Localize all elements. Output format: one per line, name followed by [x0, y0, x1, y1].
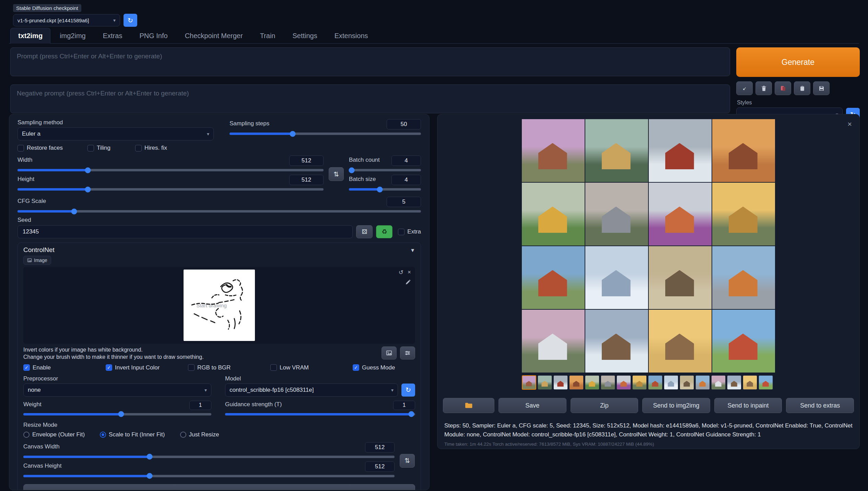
gallery-image[interactable]: [712, 183, 775, 246]
controlnet-image-tab[interactable]: Image: [23, 256, 51, 265]
gallery-thumbnail[interactable]: [585, 375, 599, 390]
restore-faces-checkbox[interactable]: Restore faces: [17, 145, 63, 151]
seed-input[interactable]: [17, 225, 353, 238]
gallery-thumbnail[interactable]: [743, 375, 757, 390]
brush-tool[interactable]: [405, 280, 410, 286]
open-folder-button[interactable]: [443, 398, 494, 413]
gallery-image[interactable]: [522, 246, 585, 309]
batch-size-value[interactable]: 4: [391, 175, 421, 185]
gallery-image[interactable]: [585, 310, 648, 373]
tab-extensions[interactable]: Extensions: [327, 28, 376, 44]
preprocessor-dropdown[interactable]: none ▾: [23, 384, 211, 397]
apply-style-button[interactable]: [794, 81, 810, 95]
gallery-thumbnail[interactable]: [711, 375, 726, 390]
rgb-to-bgr-checkbox[interactable]: RGB to BGR: [188, 364, 270, 371]
gallery-image[interactable]: [712, 119, 775, 182]
tiling-checkbox[interactable]: Tiling: [87, 145, 110, 151]
send-to-inpaint-button[interactable]: Send to inpaint: [714, 398, 782, 413]
cfg-scale-slider[interactable]: [17, 210, 421, 213]
batch-count-value[interactable]: 4: [391, 156, 421, 166]
gallery-image[interactable]: [649, 183, 712, 246]
gallery-thumbnail[interactable]: [553, 375, 568, 390]
gallery-image[interactable]: [522, 310, 585, 373]
gallery-thumbnail[interactable]: [569, 375, 584, 390]
reuse-seed-button[interactable]: ♻: [376, 225, 392, 238]
gallery-image[interactable]: [649, 119, 712, 182]
send-to-extras-button[interactable]: Send to extras: [786, 398, 854, 413]
gallery-thumbnail[interactable]: [601, 375, 615, 390]
clear-prompt-button[interactable]: [755, 81, 772, 95]
undo-icon[interactable]: ↺: [399, 269, 403, 276]
gallery-image[interactable]: [585, 183, 648, 246]
canvas-settings-button[interactable]: [400, 346, 415, 359]
tab-png-info[interactable]: PNG Info: [131, 28, 175, 44]
paste-params-button[interactable]: ↙: [736, 81, 753, 95]
gallery-thumbnail[interactable]: [648, 375, 662, 390]
gallery-thumbnail[interactable]: [759, 375, 773, 390]
tab-txt2img[interactable]: txt2img: [10, 28, 50, 44]
height-value[interactable]: 512: [289, 175, 324, 185]
gallery-thumbnail[interactable]: [632, 375, 647, 390]
gallery-thumbnail[interactable]: [695, 375, 710, 390]
create-blank-canvas-button[interactable]: [23, 484, 415, 490]
controlnet-image-area[interactable]: Start drawing: [23, 267, 415, 344]
gallery-image[interactable]: [712, 246, 775, 309]
tab-train[interactable]: Train: [252, 28, 283, 44]
tab-extras[interactable]: Extras: [95, 28, 130, 44]
height-slider[interactable]: [17, 188, 324, 191]
negative-prompt-input[interactable]: [10, 84, 730, 113]
canvas-height-slider[interactable]: [23, 475, 395, 477]
low-vram-checkbox[interactable]: Low VRAM: [270, 364, 353, 371]
batch-count-slider[interactable]: [349, 169, 421, 171]
cfg-scale-value[interactable]: 5: [387, 197, 421, 207]
gallery-image[interactable]: [712, 310, 775, 373]
guidance-strength-slider[interactable]: [225, 413, 415, 415]
gallery-image[interactable]: [649, 246, 712, 309]
checkpoint-dropdown[interactable]: v1-5-pruned.ckpt [e1441589a6] ▾: [13, 14, 120, 26]
guidance-strength-value[interactable]: 1: [393, 401, 415, 410]
zip-button[interactable]: Zip: [571, 398, 638, 413]
gallery-thumbnail[interactable]: [727, 375, 741, 390]
gallery-thumbnail[interactable]: [617, 375, 631, 390]
controlnet-enable-checkbox[interactable]: Enable: [23, 364, 106, 371]
controlnet-model-dropdown[interactable]: control_scribble-fp16 [c508311e] ▾: [225, 384, 398, 397]
width-value[interactable]: 512: [289, 156, 324, 166]
gallery-image[interactable]: [522, 183, 585, 246]
generate-button[interactable]: Generate: [736, 47, 860, 77]
controlnet-drawing-canvas[interactable]: Start drawing: [184, 270, 255, 341]
guess-mode-checkbox[interactable]: Guess Mode: [353, 364, 395, 371]
canvas-width-value[interactable]: 512: [365, 442, 395, 453]
resize-mode-just-resize-radio[interactable]: Just Resize: [180, 431, 219, 438]
sampling-method-dropdown[interactable]: Euler a ▾: [17, 127, 214, 140]
refresh-models-button[interactable]: ↻: [401, 384, 415, 397]
invert-input-color-checkbox[interactable]: Invert Input Color: [106, 364, 188, 371]
width-slider[interactable]: [17, 169, 324, 171]
resize-mode-scale-to-fit-radio[interactable]: Scale to Fit (Inner Fit): [100, 431, 165, 438]
gallery-thumbnail[interactable]: [680, 375, 694, 390]
weight-value[interactable]: 1: [189, 401, 211, 410]
extra-networks-button[interactable]: [775, 81, 791, 95]
gallery-image[interactable]: [585, 119, 648, 182]
weight-slider[interactable]: [23, 413, 211, 415]
swap-width-height-button[interactable]: ⇅: [329, 167, 344, 181]
send-to-img2img-button[interactable]: Send to img2img: [642, 398, 710, 413]
close-gallery-icon[interactable]: ×: [847, 120, 852, 129]
clear-image-icon[interactable]: ×: [408, 269, 411, 276]
sampling-steps-value[interactable]: 50: [387, 119, 421, 129]
gallery-thumbnail[interactable]: [664, 375, 678, 390]
open-image-button[interactable]: [382, 346, 397, 359]
prompt-input[interactable]: [10, 47, 730, 76]
resize-mode-envelope-radio[interactable]: Envelope (Outer Fit): [23, 431, 85, 438]
tab-img2img[interactable]: img2img: [52, 28, 94, 44]
batch-size-slider[interactable]: [349, 188, 421, 191]
gallery-image[interactable]: [585, 246, 648, 309]
gallery-image[interactable]: [649, 310, 712, 373]
refresh-checkpoint-button[interactable]: ↻: [124, 14, 137, 27]
gallery-image[interactable]: [522, 119, 585, 182]
random-seed-button[interactable]: ⚄: [356, 225, 373, 238]
canvas-width-slider[interactable]: [23, 456, 395, 458]
gallery-thumbnail[interactable]: [538, 375, 552, 390]
save-style-button[interactable]: [813, 81, 830, 95]
swap-canvas-dimensions-button[interactable]: ⇅: [400, 454, 415, 468]
save-button[interactable]: Save: [498, 398, 566, 413]
